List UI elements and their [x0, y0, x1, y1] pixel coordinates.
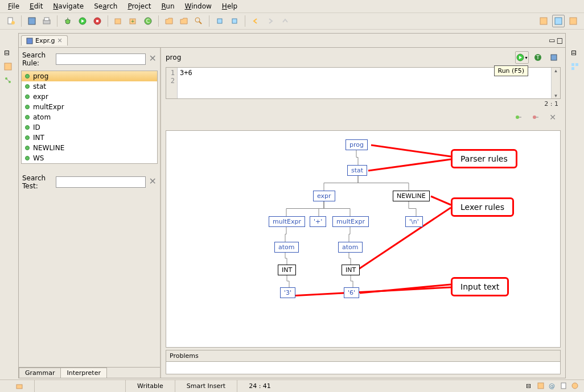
rule-bullet-icon — [25, 84, 30, 89]
tree-node-prog[interactable]: prog — [346, 139, 368, 150]
svg-line-19 — [199, 22, 201, 24]
status-icon[interactable] — [5, 380, 34, 392]
clear-search-test-button[interactable]: ✕ — [149, 178, 157, 187]
tab-grammar[interactable]: Grammar — [19, 368, 61, 378]
run-external-button[interactable] — [91, 15, 104, 27]
tree-node-INT2[interactable]: INT — [342, 265, 360, 275]
save-output-button[interactable] — [547, 51, 561, 64]
svg-rect-2 — [28, 18, 35, 24]
tree-node-atom1[interactable]: atom — [274, 242, 299, 253]
annotation-prev-button[interactable] — [213, 15, 226, 27]
run-tooltip: Run (F5) — [494, 65, 529, 76]
run-config-button[interactable]: T — [531, 51, 545, 64]
tree-node-lit3[interactable]: '3' — [280, 287, 295, 298]
minimize-right-icon[interactable]: ⊟ — [571, 49, 580, 58]
tree-node-lit6[interactable]: '6' — [344, 287, 359, 298]
new-type-button[interactable]: + — [127, 15, 139, 27]
menu-search[interactable]: Search — [89, 1, 122, 11]
new-button[interactable] — [5, 15, 17, 27]
tree-node-nl[interactable]: '\n' — [405, 216, 423, 227]
search-test-label: Search Test: — [22, 174, 52, 190]
status-team-icon[interactable] — [571, 382, 579, 390]
rule-item-ID[interactable]: ID — [22, 122, 157, 133]
menubar: File Edit Navigate Search Project Run Wi… — [0, 0, 584, 13]
rule-label: stat — [33, 82, 46, 90]
rule-item-atom[interactable]: atom — [22, 112, 157, 122]
svg-rect-24 — [570, 18, 577, 24]
rule-item-NEWLINE[interactable]: NEWLINE — [22, 143, 157, 153]
svg-point-5 — [65, 19, 70, 24]
tree-node-multExpr2[interactable]: multExpr — [332, 216, 369, 227]
scroll-up-icon[interactable]: ▴ — [554, 68, 557, 73]
open-task-button[interactable] — [178, 15, 190, 27]
minimize-left-icon[interactable]: ⊟ — [4, 49, 13, 58]
rule-item-expr[interactable]: expr — [22, 92, 157, 102]
scroll-down-icon[interactable]: ▾ — [554, 93, 557, 98]
problems-header[interactable]: Problems — [166, 350, 561, 362]
tab-expr-g[interactable]: Expr.g ✕ — [21, 35, 68, 46]
search-rule-input[interactable] — [56, 53, 146, 65]
navigator-icon[interactable] — [4, 63, 13, 72]
hierarchy-icon[interactable] — [4, 76, 13, 85]
search-button[interactable] — [192, 15, 205, 27]
save-button[interactable] — [26, 15, 38, 27]
outline-icon[interactable] — [571, 63, 580, 72]
minimize-editor-button[interactable]: ▭ — [549, 36, 555, 44]
svg-rect-46 — [17, 385, 22, 389]
clear-search-rule-button[interactable]: ✕ — [149, 55, 157, 64]
menu-window[interactable]: Window — [180, 1, 216, 11]
code-scrollbar[interactable]: ▴ ▾ — [551, 68, 560, 98]
perspective-debug-button[interactable] — [552, 15, 565, 27]
rule-item-INT[interactable]: INT — [22, 133, 157, 143]
tree-node-atom2[interactable]: atom — [338, 242, 363, 253]
rule-item-WS[interactable]: WS — [22, 153, 157, 163]
menu-edit[interactable]: Edit — [25, 1, 47, 11]
tab-interpreter[interactable]: Interpreter — [60, 368, 106, 378]
menu-project[interactable]: Project — [123, 1, 155, 11]
run-interpreter-button[interactable]: ▾ Run (F5) — [515, 51, 529, 64]
status-at-icon[interactable]: @ — [549, 382, 557, 390]
forward-button[interactable] — [264, 15, 277, 27]
tree-node-plus[interactable]: '+' — [310, 216, 326, 227]
maximize-editor-button[interactable]: □ — [557, 36, 563, 44]
status-minimize-icon[interactable]: ⊟ — [526, 382, 534, 390]
status-tasks-icon[interactable] — [537, 382, 545, 390]
tree-node-stat[interactable]: stat — [347, 165, 367, 176]
perspective-other-button[interactable] — [567, 15, 579, 27]
rule-item-multExpr[interactable]: multExpr — [22, 102, 157, 112]
annotation-parser-rules: Parser rules — [451, 149, 517, 168]
collapse-tree-button[interactable] — [529, 111, 542, 123]
tab-close-button[interactable]: ✕ — [57, 37, 62, 44]
svg-rect-4 — [44, 18, 49, 20]
rule-item-stat[interactable]: stat — [22, 81, 157, 92]
open-button[interactable] — [163, 15, 175, 27]
perspective-java-button[interactable] — [537, 15, 550, 27]
expand-tree-button[interactable] — [512, 111, 525, 123]
rule-item-prog[interactable]: prog — [22, 71, 157, 81]
tree-node-expr[interactable]: expr — [313, 191, 335, 201]
menu-run[interactable]: Run — [157, 1, 179, 11]
svg-rect-20 — [217, 19, 222, 23]
annotation-next-button[interactable] — [228, 15, 241, 27]
menu-navigate[interactable]: Navigate — [48, 1, 88, 11]
search-test-input[interactable] — [56, 176, 146, 188]
rule-bullet-icon — [25, 105, 30, 109]
new-package-button[interactable] — [112, 15, 125, 27]
debug-button[interactable] — [61, 15, 74, 27]
problems-body — [166, 362, 561, 374]
menu-file[interactable]: File — [3, 1, 24, 11]
new-class-button[interactable]: C — [142, 15, 154, 27]
current-rule-label: prog — [166, 53, 181, 61]
svg-line-40 — [357, 208, 451, 270]
tree-node-multExpr1[interactable]: multExpr — [269, 216, 305, 227]
run-button[interactable] — [76, 15, 89, 27]
tree-node-INT1[interactable]: INT — [278, 265, 296, 275]
close-tree-button[interactable]: ✕ — [546, 111, 560, 123]
status-doc-icon[interactable] — [560, 382, 568, 390]
menu-help[interactable]: Help — [217, 1, 242, 11]
parse-tree-area[interactable]: Parser rules Lexer rules Input text prog… — [166, 130, 561, 348]
tree-node-NEWLINE[interactable]: NEWLINE — [393, 191, 430, 201]
print-button[interactable] — [40, 15, 53, 27]
back-button[interactable] — [249, 15, 262, 27]
up-button[interactable] — [279, 15, 291, 27]
